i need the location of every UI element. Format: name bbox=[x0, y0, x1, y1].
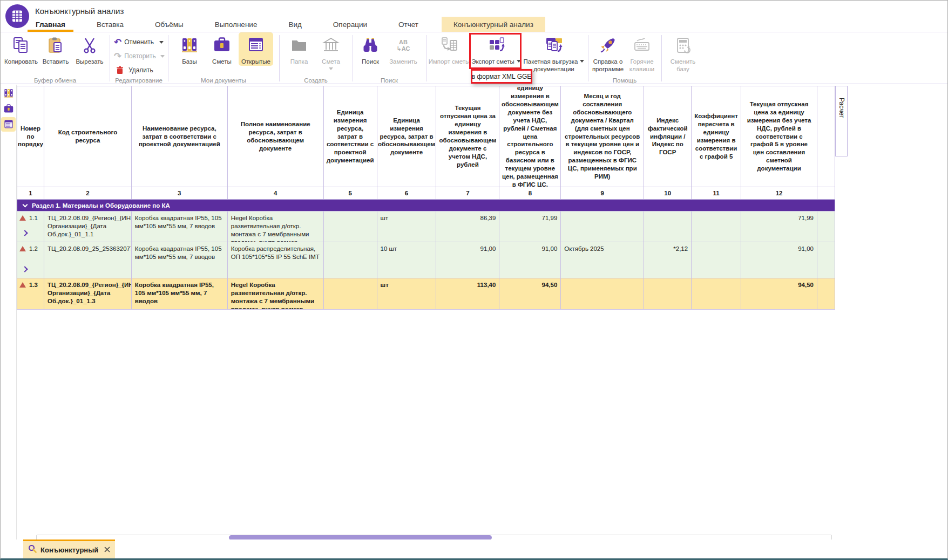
inflation-index-cell[interactable] bbox=[644, 211, 692, 242]
resource-fullname-cell[interactable]: Hegel Коробка разветвительная д/откр. мо… bbox=[228, 278, 324, 310]
open-documents-button[interactable]: Открытые bbox=[239, 32, 273, 66]
column-number: 10 bbox=[644, 187, 692, 200]
estimates-label: Сметы bbox=[212, 58, 232, 66]
conversion-coef-cell[interactable] bbox=[692, 242, 741, 278]
price-without-vat-cell[interactable]: 91,00 bbox=[499, 242, 561, 278]
replace-button[interactable]: AB↳AC Заменить bbox=[384, 32, 422, 66]
undo-dropdown-caret-icon[interactable] bbox=[159, 41, 164, 44]
unit-project-cell[interactable] bbox=[324, 278, 377, 310]
section-collapse-chevron-icon[interactable] bbox=[23, 202, 28, 207]
change-base-button[interactable]: Сменить базу bbox=[665, 32, 701, 73]
search-button[interactable]: Поиск bbox=[356, 32, 384, 66]
cut-button[interactable]: Вырезать bbox=[73, 32, 106, 66]
column-number: 4 bbox=[228, 187, 324, 200]
unit-document-cell[interactable]: 10 шт bbox=[377, 242, 437, 278]
month-year-cell[interactable] bbox=[561, 278, 644, 310]
sidebar-open-documents-icon[interactable] bbox=[1, 117, 16, 132]
expand-chevron-icon[interactable] bbox=[22, 230, 28, 236]
column-number: 2 bbox=[44, 187, 132, 200]
export-menu-item-xml-gge[interactable]: в формат XML GGE bbox=[471, 69, 532, 84]
tab-konyunkturny-analiz[interactable]: Конъюнктурный анализ bbox=[442, 17, 545, 32]
conversion-coef-cell[interactable] bbox=[692, 278, 741, 310]
row-number: 1.1 bbox=[29, 214, 38, 222]
sidebar-bases-icon[interactable] bbox=[1, 86, 16, 100]
export-estimate-label: Экспорт сметы bbox=[471, 58, 514, 65]
column-header: Коэффициент пересчета в единицу измерени… bbox=[692, 86, 741, 187]
undo-button[interactable]: ↶ Отменить bbox=[114, 35, 167, 49]
document-tab[interactable]: Конъюнктурный ... bbox=[23, 539, 115, 558]
inflation-index-cell[interactable]: *2,12 bbox=[644, 242, 692, 278]
unit-document-cell[interactable]: шт bbox=[377, 278, 437, 310]
import-icon bbox=[440, 34, 458, 57]
open-documents-icon bbox=[247, 34, 265, 57]
copy-button[interactable]: Копировать bbox=[4, 32, 38, 66]
resource-code-cell[interactable]: ТЦ_20.2.08.09_{Регион}_{ИНН Организации}… bbox=[44, 278, 132, 310]
section-row[interactable]: Раздел 1. Материалы и Оборудование по КА bbox=[17, 200, 835, 211]
resource-fullname-cell[interactable]: Hegel Коробка разветвительная д/откр. мо… bbox=[228, 211, 324, 242]
month-year-cell[interactable]: Октябрь 2025 bbox=[561, 242, 644, 278]
expand-chevron-icon[interactable] bbox=[22, 266, 28, 272]
tab-otchet[interactable]: Отчет bbox=[390, 17, 426, 32]
row-number-cell[interactable]: 1.3 bbox=[17, 278, 44, 310]
inflation-index-cell[interactable] bbox=[644, 278, 692, 310]
price-without-vat-cell[interactable]: 94,50 bbox=[499, 278, 561, 310]
tab-vid[interactable]: Вид bbox=[280, 17, 309, 32]
new-estimate-button[interactable]: Смета bbox=[314, 32, 348, 70]
resource-code-cell[interactable]: ТЦ_20.2.08.09_{Регион}_{ИНН Организации}… bbox=[44, 211, 132, 242]
about-button[interactable]: Справка о программе bbox=[591, 32, 625, 73]
batch-upload-caret-icon[interactable] bbox=[580, 60, 584, 63]
sidebar-estimates-icon[interactable] bbox=[1, 101, 16, 116]
estimates-button[interactable]: Сметы bbox=[205, 32, 239, 66]
row-number-cell[interactable]: 1.1 bbox=[17, 211, 44, 242]
price-col5-cell[interactable]: 91,00 bbox=[741, 242, 817, 278]
unit-project-cell[interactable] bbox=[324, 242, 377, 278]
redo-icon: ↷ bbox=[114, 51, 121, 62]
group-clipboard: Копировать Вставить Вырезать Буфер обмен… bbox=[2, 32, 109, 84]
cut-icon bbox=[80, 34, 99, 57]
tab-operacii[interactable]: Операции bbox=[325, 17, 375, 32]
price-col5-cell[interactable]: 94,50 bbox=[741, 278, 817, 310]
bases-button[interactable]: Базы bbox=[174, 32, 205, 66]
price-with-vat-cell[interactable]: 91,00 bbox=[436, 242, 499, 278]
batch-upload-label2: документации bbox=[533, 66, 574, 73]
resource-name-cell[interactable]: Коробка квадратная IP55, 105 мм*105 мм*5… bbox=[132, 211, 228, 242]
paste-button[interactable]: Вставить bbox=[38, 32, 73, 66]
export-estimate-button[interactable]: Экспорт сметы bbox=[471, 32, 522, 66]
resource-code-cell[interactable]: ТЦ_20.2.08.09_25_2536320775_22.10.2025_0… bbox=[44, 242, 132, 278]
import-estimate-button[interactable]: Импорт сметы bbox=[428, 32, 471, 66]
empty-cell[interactable] bbox=[817, 211, 835, 242]
export-caret-icon[interactable] bbox=[517, 60, 521, 63]
hotkeys-button[interactable]: Горячие клавиши bbox=[625, 32, 659, 73]
unit-document-cell[interactable]: шт bbox=[377, 211, 437, 242]
tab-vstavka[interactable]: Вставка bbox=[89, 17, 132, 32]
delete-button[interactable]: Удалить bbox=[114, 63, 167, 77]
price-with-vat-cell[interactable]: 86,39 bbox=[436, 211, 499, 242]
resource-name-cell[interactable]: Коробка квадратная IP55, 105 мм*105 мм*5… bbox=[132, 278, 228, 310]
price-with-vat-cell[interactable]: 113,40 bbox=[436, 278, 499, 310]
new-folder-button[interactable]: Папка bbox=[284, 32, 314, 66]
column-header: Текущая отпускная цена за единицу измере… bbox=[436, 86, 499, 187]
resource-fullname-cell[interactable]: Коробка распределительная, ОП 105*105*55… bbox=[228, 242, 324, 278]
month-year-cell[interactable] bbox=[561, 211, 644, 242]
ribbon-divider bbox=[426, 35, 426, 81]
tab-glavnaya[interactable]: Главная bbox=[28, 17, 73, 32]
magnifier-icon bbox=[28, 544, 37, 555]
column-header: Текущая отпускная цена за единицу измере… bbox=[499, 86, 561, 187]
close-tab-icon[interactable] bbox=[104, 545, 110, 555]
empty-cell[interactable] bbox=[817, 242, 835, 278]
group-label-editing: Редактирование bbox=[111, 77, 167, 84]
conversion-coef-cell[interactable] bbox=[692, 211, 741, 242]
empty-cell[interactable] bbox=[817, 278, 835, 310]
resource-name-cell[interactable]: Коробка квадратная IP55, 105 мм*105 мм*5… bbox=[132, 242, 228, 278]
redo-button[interactable]: ↷ Повторить bbox=[114, 49, 167, 63]
tab-vypolnenie[interactable]: Выполнение bbox=[207, 17, 266, 32]
row-number-cell[interactable]: 1.2 bbox=[17, 242, 44, 278]
calc-side-tab[interactable]: Расчет bbox=[835, 86, 848, 130]
unit-project-cell[interactable] bbox=[324, 211, 377, 242]
column-number: 6 bbox=[377, 187, 437, 200]
price-col5-cell[interactable]: 71,99 bbox=[741, 211, 817, 242]
price-without-vat-cell[interactable]: 71,99 bbox=[499, 211, 561, 242]
group-label-mydocs: Мои документы bbox=[169, 77, 278, 84]
batch-upload-button[interactable]: Пакетная выгрузка документации bbox=[522, 32, 586, 73]
tab-obyomy[interactable]: Объёмы bbox=[147, 17, 192, 32]
